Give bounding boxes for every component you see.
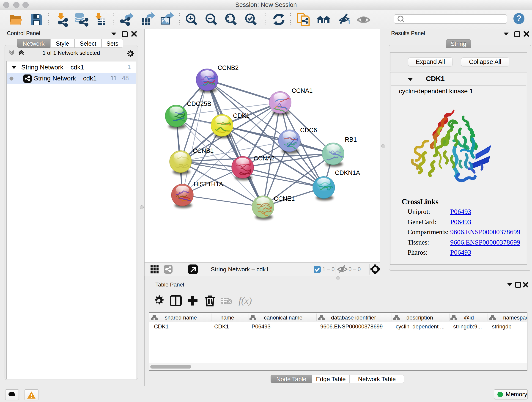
svg-text:CDKN1A: CDKN1A: [335, 169, 360, 176]
svg-text:f(x): f(x): [239, 295, 252, 306]
svg-text:CCNA1: CCNA1: [292, 87, 313, 94]
svg-text:?: ?: [516, 14, 521, 23]
svg-text:1 – 0: 1 – 0: [322, 266, 335, 272]
svg-text:stringdb:9...: stringdb:9...: [453, 323, 482, 330]
svg-text:RB1: RB1: [345, 136, 357, 143]
svg-text:namespace: namespace: [503, 314, 527, 321]
svg-text:9606.ENSP00000378699: 9606.ENSP00000378699: [320, 323, 383, 330]
svg-text:CDK1: CDK1: [214, 323, 229, 330]
svg-text:CDK1: CDK1: [233, 112, 249, 119]
svg-text:CDK1: CDK1: [154, 323, 169, 330]
svg-text:HIST1H1A: HIST1H1A: [194, 181, 223, 188]
svg-text:String Network – cdk1: String Network – cdk1: [211, 266, 269, 273]
svg-text:shared name: shared name: [165, 314, 197, 321]
svg-text:CCNB2: CCNB2: [218, 64, 239, 71]
svg-text:P06493: P06493: [252, 323, 271, 330]
svg-text:CCNE1: CCNE1: [274, 195, 295, 202]
svg-text:CCNA2: CCNA2: [254, 155, 275, 162]
svg-text:stringdb: stringdb: [492, 323, 511, 330]
svg-text:database identifier: database identifier: [331, 314, 376, 321]
svg-text:CDC25B: CDC25B: [187, 100, 211, 107]
svg-text:canonical name: canonical name: [264, 314, 302, 321]
svg-text:CDC6: CDC6: [300, 127, 317, 134]
svg-text:description: description: [406, 314, 433, 321]
svg-text:@id: @id: [464, 314, 474, 321]
svg-text:cyclin–dependent ...: cyclin–dependent ...: [396, 323, 444, 330]
svg-text:name: name: [220, 314, 234, 321]
svg-text:0 – 0: 0 – 0: [348, 266, 361, 272]
svg-text:CCNB1: CCNB1: [193, 147, 214, 154]
